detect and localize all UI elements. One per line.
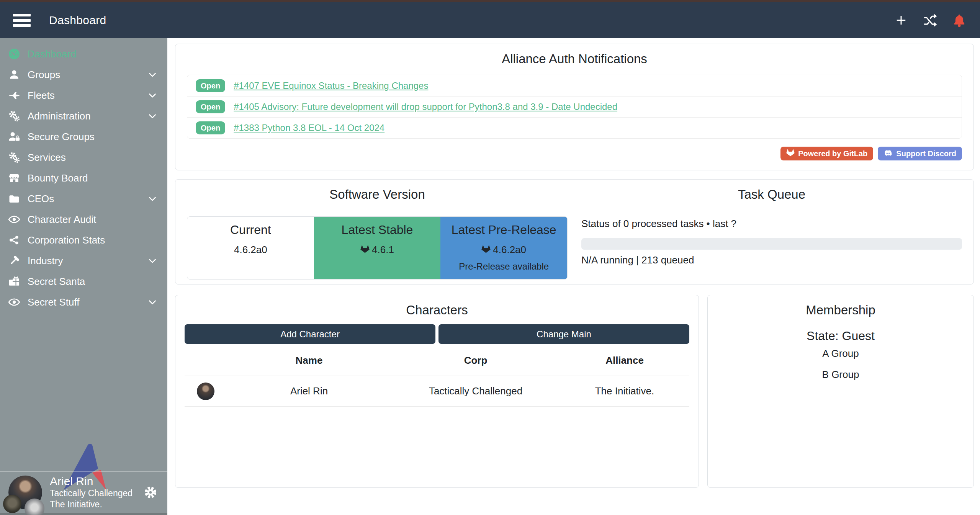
version-box: Current 4.6.2a0 Latest Stable 4.6.1 Late… — [187, 216, 568, 280]
sidebar-item-label: Secret Santa — [28, 276, 85, 288]
sidebar-item-label: CEOs — [28, 193, 54, 205]
sidebar: Dashboard Groups Fleets — [0, 38, 167, 515]
sidebar-item-groups[interactable]: Groups — [0, 64, 167, 85]
version-heading: Current — [187, 223, 314, 237]
notifications-bell-icon[interactable] — [952, 13, 967, 28]
character-portrait — [197, 383, 214, 400]
software-version-title: Software Version — [187, 187, 568, 202]
chevron-down-icon — [147, 90, 157, 100]
hammer-icon — [8, 254, 21, 267]
settings-gear-icon[interactable] — [144, 486, 157, 499]
notification-link[interactable]: #1407 EVE Equinox Status - Breaking Chan… — [234, 80, 428, 91]
sidebar-item-label: Industry — [28, 255, 63, 267]
header-name: Name — [227, 355, 391, 376]
sidebar-item-label: Character Audit — [28, 214, 96, 226]
header-corp: Corp — [391, 355, 560, 376]
eye-icon — [8, 213, 21, 226]
gitlab-icon — [481, 245, 491, 255]
characters-table: Name Corp Alliance Ariel Rin Tactically … — [185, 355, 689, 407]
version-queue-panel: Software Version Current 4.6.2a0 Latest … — [175, 179, 974, 284]
sidebar-bottom-strip — [0, 513, 167, 515]
gears-icon — [8, 151, 21, 164]
membership-state: State: Guest — [717, 329, 964, 343]
version-heading: Latest Stable — [314, 223, 441, 237]
menu-toggle-button[interactable] — [13, 14, 31, 27]
eye-icon — [8, 296, 21, 309]
sidebar-item-label: Secret Stuff — [28, 296, 79, 308]
status-badge: Open — [196, 79, 225, 92]
notifications-list: Open #1407 EVE Equinox Status - Breaking… — [187, 75, 962, 139]
sidebar-item-services[interactable]: Services — [0, 147, 167, 168]
sidebar-item-ceos[interactable]: CEOs — [0, 188, 167, 209]
gitlab-icon — [360, 245, 370, 255]
navbar: Dashboard — [0, 2, 980, 38]
sidebar-item-label: Secure Groups — [28, 131, 95, 143]
powered-by-gitlab-badge[interactable]: Powered by GitLab — [780, 147, 873, 160]
version-value: 4.6.2a0 — [493, 244, 526, 256]
sidebar-item-character-audit[interactable]: Character Audit — [0, 209, 167, 230]
main-content: Alliance Auth Notifications Open #1407 E… — [167, 38, 980, 515]
badge-label: Powered by GitLab — [798, 149, 867, 158]
cell-corp: Tactically Challenged — [391, 376, 560, 407]
users-icon — [8, 68, 21, 81]
notification-link[interactable]: #1383 Python 3.8 EOL - 14 Oct 2024 — [234, 123, 384, 133]
task-queue-progress-bar — [581, 238, 962, 250]
page-title: Dashboard — [49, 14, 106, 27]
sidebar-item-dashboard[interactable]: Dashboard — [0, 44, 167, 64]
characters-title: Characters — [185, 303, 689, 317]
sidebar-item-secure-groups[interactable]: Secure Groups — [0, 126, 167, 147]
task-queue-status: Status of 0 processed tasks • last ? — [581, 218, 962, 230]
discord-icon — [883, 149, 893, 158]
change-main-button[interactable]: Change Main — [438, 324, 689, 344]
sidebar-item-fleets[interactable]: Fleets — [0, 85, 167, 106]
sidebar-item-label: Fleets — [28, 90, 55, 101]
version-value: 4.6.1 — [372, 244, 394, 256]
chevron-down-icon — [147, 297, 157, 307]
notification-row: Open #1405 Advisory: Future development … — [187, 96, 962, 117]
list-item-group-a: A Group — [717, 343, 964, 364]
version-current: Current 4.6.2a0 — [187, 217, 314, 279]
sidebar-item-label: Administration — [28, 110, 91, 122]
gauge-icon — [8, 47, 21, 60]
status-badge: Open — [196, 121, 225, 134]
status-badge: Open — [196, 100, 225, 113]
gitlab-icon — [786, 149, 795, 158]
add-character-button[interactable]: Add Character — [185, 324, 435, 344]
gifts-icon — [8, 275, 21, 288]
sidebar-item-corporation-stats[interactable]: Corporation Stats — [0, 230, 167, 250]
folder-icon — [8, 192, 21, 205]
software-version-section: Software Version Current 4.6.2a0 Latest … — [187, 187, 574, 276]
sidebar-item-label: Bounty Board — [28, 172, 88, 184]
header-portrait — [185, 355, 227, 376]
cell-alliance: The Initiative. — [560, 376, 689, 407]
corp-logo-badge — [3, 495, 21, 513]
notifications-panel: Alliance Auth Notifications Open #1407 E… — [175, 44, 974, 170]
gears-icon — [8, 110, 21, 123]
user-lock-icon — [8, 130, 21, 143]
share-icon — [8, 234, 21, 247]
sidebar-item-label: Corporation Stats — [28, 234, 105, 246]
sidebar-item-secret-santa[interactable]: Secret Santa — [0, 271, 167, 292]
notification-row: Open #1383 Python 3.8 EOL - 14 Oct 2024 — [187, 117, 962, 138]
chevron-down-icon — [147, 194, 157, 204]
sidebar-item-secret-stuff[interactable]: Secret Stuff — [0, 292, 167, 312]
version-heading: Latest Pre-Release — [440, 223, 567, 237]
support-discord-badge[interactable]: Support Discord — [878, 147, 962, 160]
sidebar-item-industry[interactable]: Industry — [0, 250, 167, 271]
membership-panel: Membership State: Guest A Group B Group — [707, 295, 974, 488]
add-character-icon[interactable] — [893, 13, 909, 28]
user-panel[interactable]: Ariel Rin Tactically Challenged The Init… — [0, 471, 167, 513]
fighter-jet-icon — [8, 89, 21, 102]
user-alliance: The Initiative. — [50, 499, 167, 510]
version-latest-stable: Latest Stable 4.6.1 — [314, 217, 441, 279]
sidebar-item-administration[interactable]: Administration — [0, 106, 167, 126]
version-note: Pre-Release available — [440, 261, 567, 272]
shuffle-icon[interactable] — [923, 13, 938, 28]
notification-link[interactable]: #1405 Advisory: Future development will … — [234, 101, 617, 112]
task-queue-counts: N/A running | 213 queued — [581, 254, 962, 266]
version-value: 4.6.2a0 — [234, 244, 267, 256]
notification-row: Open #1407 EVE Equinox Status - Breaking… — [187, 75, 962, 96]
sidebar-item-label: Groups — [28, 69, 60, 81]
sidebar-item-bounty-board[interactable]: Bounty Board — [0, 168, 167, 188]
task-queue-title: Task Queue — [581, 187, 962, 202]
